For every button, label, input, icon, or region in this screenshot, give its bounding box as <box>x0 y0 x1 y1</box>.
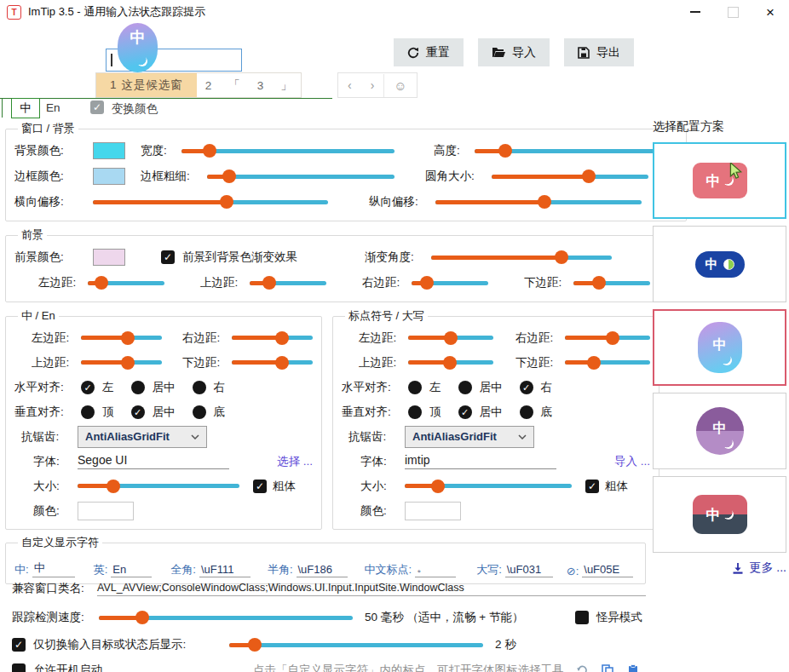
font-name-field[interactable]: Segoe UI <box>78 453 229 469</box>
copy-icon[interactable] <box>602 664 613 672</box>
radio-icon <box>458 381 472 394</box>
margin-top-slider[interactable] <box>408 356 493 370</box>
margin-left-slider[interactable] <box>408 331 493 345</box>
candidate-window: 1 这是候选窗 2 「 3 」 <box>95 72 302 98</box>
gradient-angle-slider[interactable] <box>431 250 612 264</box>
font-color-field[interactable] <box>405 502 461 520</box>
corner-radius-slider[interactable] <box>492 169 648 183</box>
autostart-checkbox[interactable] <box>12 663 26 672</box>
weird-mode-checkbox[interactable] <box>575 611 589 624</box>
toolbar: 重置 导入 导出 <box>394 38 634 66</box>
antialias-select[interactable]: AntiAliasGridFit <box>78 426 207 448</box>
border-color-swatch[interactable] <box>93 168 125 185</box>
bottom-settings: 兼容窗口类名: AVL_AVView;ConsoleWindowClass;Wi… <box>12 576 646 672</box>
export-button[interactable]: 导出 <box>564 38 634 66</box>
prev-page-icon[interactable]: ‹ <box>338 78 361 92</box>
candidate-item[interactable]: 「 <box>220 73 249 97</box>
candidate-item[interactable]: 3 <box>249 73 273 97</box>
h-align-left-radio[interactable]: 左 <box>81 380 114 395</box>
tab-zh[interactable]: 中 <box>11 98 40 118</box>
antialias-select[interactable]: AntiAliasGridFit <box>405 426 534 448</box>
margin-left-label: 左边距: <box>359 330 408 346</box>
h-align-center-radio[interactable]: 居中 <box>131 380 176 395</box>
candidate-item[interactable]: 」 <box>272 73 301 97</box>
h-align-right-radio[interactable]: 右 <box>193 380 226 395</box>
v-align-bottom-radio[interactable]: 底 <box>520 405 553 420</box>
compat-class-label: 兼容窗口类名: <box>12 581 97 596</box>
gradient-effect-checkbox[interactable] <box>161 250 175 264</box>
scheme-card-2[interactable]: 中 <box>653 226 786 302</box>
v-align-top-radio[interactable]: 顶 <box>81 405 114 420</box>
margin-bottom-slider[interactable] <box>232 356 313 370</box>
size-slider[interactable] <box>78 480 239 493</box>
app-title: ImTip 3.5 - 通用输入法状态跟踪提示 <box>28 4 205 20</box>
h-align-left-radio[interactable]: 左 <box>408 380 441 395</box>
color-change-checkbox[interactable] <box>90 101 104 114</box>
more-schemes-link[interactable]: 更多 ... <box>653 560 788 576</box>
font-select-link[interactable]: 选择 ... <box>277 454 313 469</box>
fg-margin-top-slider[interactable] <box>250 276 326 290</box>
margin-bottom-slider[interactable] <box>565 356 650 370</box>
height-slider[interactable] <box>475 144 677 158</box>
font-import-link[interactable]: 导入 ... <box>614 454 650 469</box>
maximize-button[interactable] <box>714 0 752 24</box>
titlebar: T ImTip 3.5 - 通用输入法状态跟踪提示 × <box>0 0 789 24</box>
fg-color-swatch[interactable] <box>93 249 125 266</box>
margin-right-slider[interactable] <box>232 331 313 345</box>
bold-checkbox[interactable] <box>585 480 599 493</box>
h-offset-slider[interactable] <box>93 195 328 209</box>
mouse-cursor-icon <box>729 163 744 180</box>
bg-color-swatch[interactable] <box>93 142 125 159</box>
import-button[interactable]: 导入 <box>478 38 550 66</box>
scheme-label: 中 <box>705 256 718 273</box>
fg-margin-bottom-slider[interactable] <box>573 276 650 290</box>
h-align-center-radio[interactable]: 居中 <box>458 380 503 395</box>
paste-icon[interactable] <box>627 664 639 672</box>
cc-zh-field[interactable]: 中 <box>32 560 75 577</box>
scheme-card-3[interactable]: 中 <box>653 309 786 386</box>
radio-icon <box>408 381 422 394</box>
cc-cn-punct-field[interactable]: 。 <box>415 560 456 577</box>
refresh-icon <box>407 47 419 59</box>
scheme-card-4[interactable]: 中 <box>653 393 786 469</box>
v-align-top-radio[interactable]: 顶 <box>408 405 441 420</box>
emoji-icon[interactable]: ☺ <box>384 78 416 93</box>
font-color-field[interactable] <box>78 502 134 520</box>
track-speed-slider[interactable] <box>99 611 353 624</box>
show-after-switch-checkbox[interactable] <box>12 638 26 652</box>
bold-checkbox[interactable] <box>253 480 267 493</box>
scheme-card-1[interactable]: 中 <box>653 142 786 219</box>
fg-margin-right-slider[interactable] <box>412 276 488 290</box>
undo-icon[interactable] <box>576 664 588 672</box>
margin-left-slider[interactable] <box>81 331 162 345</box>
v-align-center-radio[interactable]: 居中 <box>131 405 176 420</box>
scheme-card-5[interactable]: 中 <box>653 476 786 553</box>
group-punctuation: 标点符号 / 大写 左边距: 右边距: 上边距: 下边距: 水平对齐: 左 居中… <box>332 308 659 530</box>
next-page-icon[interactable]: › <box>361 78 384 92</box>
window-controls: × <box>677 0 789 24</box>
margin-top-slider[interactable] <box>81 356 162 370</box>
font-name-field[interactable]: imtip <box>405 453 556 469</box>
moon-icon <box>722 355 732 365</box>
width-slider[interactable] <box>181 144 394 158</box>
close-button[interactable]: × <box>752 0 789 24</box>
group-title: 自定义显示字符 <box>18 535 102 550</box>
v-align-center-radio[interactable]: 居中 <box>458 405 503 420</box>
h-align-right-radio[interactable]: 右 <box>520 380 553 395</box>
border-width-slider[interactable] <box>207 169 394 183</box>
compat-class-field[interactable]: AVL_AVView;ConsoleWindowClass;Windows.UI… <box>97 582 646 596</box>
reset-button[interactable]: 重置 <box>394 38 464 66</box>
group-title: 窗口 / 背景 <box>18 121 78 136</box>
minimize-button[interactable] <box>677 0 714 24</box>
size-slider[interactable] <box>405 480 572 493</box>
margin-right-slider[interactable] <box>565 331 650 345</box>
fg-margin-left-slider[interactable] <box>88 276 164 290</box>
v-offset-slider[interactable] <box>435 195 642 209</box>
candidate-item[interactable]: 2 <box>197 73 221 97</box>
show-after-slider[interactable] <box>229 638 483 652</box>
tab-en[interactable]: En <box>46 101 60 114</box>
fg-margin-left-label: 左边距: <box>38 275 88 290</box>
chevron-down-icon <box>191 434 199 439</box>
v-align-bottom-radio[interactable]: 底 <box>193 405 226 420</box>
candidate-item[interactable]: 1 这是候选窗 <box>96 73 197 97</box>
